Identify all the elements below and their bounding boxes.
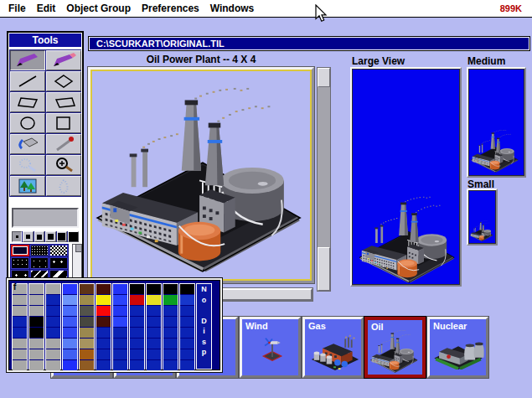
palette-cell[interactable] — [13, 349, 27, 359]
palette-cell[interactable] — [96, 339, 111, 349]
tool-button-pencil[interactable] — [10, 50, 45, 70]
palette-cell[interactable] — [113, 339, 127, 349]
palette-cell[interactable] — [80, 328, 94, 338]
palette-cell[interactable] — [130, 306, 144, 316]
palette-cell[interactable] — [130, 284, 144, 294]
palette-cell[interactable] — [130, 339, 144, 349]
palette-cell[interactable] — [163, 317, 178, 327]
palette-cell[interactable] — [147, 360, 161, 370]
palette-cell[interactable] — [130, 360, 144, 370]
palette-cell[interactable] — [147, 306, 161, 316]
palette-cell[interactable] — [29, 349, 44, 359]
tool-button-quadrilateral-left[interactable] — [10, 92, 45, 112]
tool-button-quadrilateral-right[interactable] — [46, 92, 81, 112]
palette-cell[interactable] — [96, 306, 111, 316]
palette-cell[interactable] — [163, 360, 178, 370]
palette-cell[interactable] — [96, 360, 111, 370]
palette-cell[interactable] — [46, 284, 60, 294]
brush-size-5[interactable] — [23, 231, 33, 242]
palette-cell[interactable] — [63, 284, 77, 294]
pattern-dots-sparse[interactable] — [49, 257, 68, 269]
pattern-checker[interactable] — [49, 245, 68, 256]
menu-windows[interactable]: Windows — [210, 3, 255, 14]
palette-cell[interactable] — [63, 306, 77, 316]
palette-cell[interactable] — [80, 295, 94, 305]
palette-cell[interactable] — [13, 295, 27, 305]
palette-cell[interactable] — [180, 339, 194, 349]
building-tile-wind[interactable]: Wind — [240, 317, 301, 378]
palette-cell[interactable] — [113, 284, 127, 294]
palette-cell[interactable] — [113, 306, 127, 316]
palette-cell[interactable] — [46, 339, 60, 349]
palette-cell[interactable] — [80, 284, 94, 294]
building-tile-nuclear[interactable]: Nuclear — [427, 317, 488, 378]
palette-cell[interactable] — [163, 339, 178, 349]
palette-cell[interactable] — [180, 349, 194, 359]
palette-cell[interactable] — [29, 317, 44, 327]
tool-button-diamond[interactable] — [46, 71, 81, 91]
palette-cell[interactable] — [29, 328, 44, 338]
palette-cell[interactable] — [96, 349, 111, 359]
tool-button-spray[interactable] — [10, 155, 45, 175]
palette-cell[interactable] — [13, 328, 27, 338]
tool-button-ellipse[interactable] — [10, 113, 45, 133]
pattern-dither-fine[interactable] — [30, 245, 49, 256]
palette-cell[interactable] — [163, 306, 178, 316]
palette-cell[interactable] — [163, 295, 178, 305]
palette-cell[interactable] — [180, 360, 194, 370]
document-title-bar[interactable]: C:\SCURKART\ORIGINAL.TIL — [88, 36, 530, 51]
palette-cell[interactable] — [96, 295, 111, 305]
palette-cell[interactable] — [46, 328, 60, 338]
palette-cell[interactable] — [29, 339, 44, 349]
brush-size-6[interactable] — [34, 231, 44, 242]
tool-button-eraser[interactable] — [46, 50, 81, 70]
palette-cell[interactable] — [63, 349, 77, 359]
palette-cell[interactable] — [113, 328, 127, 338]
tool-button-line[interactable] — [10, 71, 45, 91]
tool-button-paint-bucket[interactable] — [10, 134, 45, 154]
tool-button-trees[interactable] — [10, 176, 45, 196]
menu-object-group[interactable]: Object Group — [66, 3, 131, 14]
palette-cell[interactable] — [96, 317, 111, 327]
canvas-vertical-scrollbar[interactable] — [317, 67, 331, 292]
palette-cell[interactable] — [63, 295, 77, 305]
menu-file[interactable]: File — [8, 3, 26, 14]
palette-cell[interactable] — [80, 349, 94, 359]
pattern-dots-dense[interactable] — [11, 257, 29, 269]
palette-cell[interactable] — [113, 349, 127, 359]
palette-cell[interactable] — [13, 360, 27, 370]
palette-cell[interactable] — [113, 317, 127, 327]
palette-cell[interactable] — [46, 349, 60, 359]
palette-cell[interactable] — [80, 317, 94, 327]
palette-cell[interactable] — [130, 328, 144, 338]
slider-thumb-icon[interactable] — [75, 245, 81, 252]
pattern-solid[interactable] — [11, 245, 29, 256]
palette-cell[interactable] — [147, 317, 161, 327]
pattern-density-slider[interactable] — [72, 244, 82, 282]
palette-cell[interactable] — [80, 306, 94, 316]
palette-cell[interactable] — [29, 284, 44, 294]
palette-cell[interactable] — [96, 284, 111, 294]
tool-button-dropper[interactable] — [46, 134, 81, 154]
palette-cell[interactable] — [113, 295, 127, 305]
no-disp-column[interactable]: N o D i s p — [196, 283, 212, 370]
palette-cell[interactable] — [29, 360, 44, 370]
palette-cell[interactable] — [46, 317, 60, 327]
palette-cell[interactable] — [80, 339, 94, 349]
palette-cell[interactable] — [46, 306, 60, 316]
tool-button-rectangle[interactable] — [46, 113, 81, 133]
palette-cell[interactable] — [29, 295, 44, 305]
palette-cell[interactable] — [163, 284, 178, 294]
palette-cell[interactable] — [63, 339, 77, 349]
palette-cell[interactable] — [180, 295, 194, 305]
tool-button-flame[interactable] — [46, 176, 81, 196]
palette-cell[interactable] — [13, 317, 27, 327]
tool-button-zoom-in[interactable] — [46, 155, 81, 175]
pattern-dots-medium[interactable] — [30, 257, 49, 269]
palette-cell[interactable] — [13, 306, 27, 316]
menu-edit[interactable]: Edit — [37, 3, 56, 14]
palette-cell[interactable] — [147, 284, 161, 294]
edit-canvas[interactable] — [90, 70, 312, 281]
palette-cell[interactable] — [63, 360, 77, 370]
palette-cell[interactable] — [130, 349, 144, 359]
